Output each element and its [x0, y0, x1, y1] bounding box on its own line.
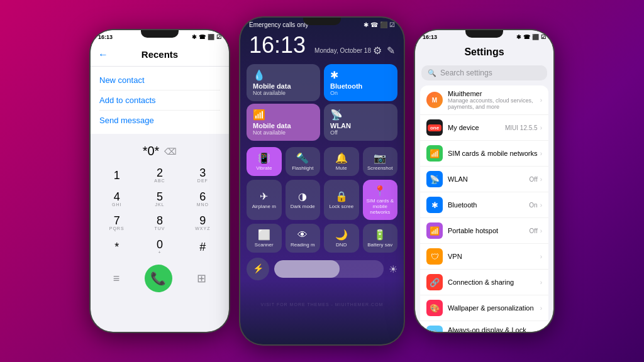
brightness-fill: [274, 260, 340, 278]
wlan-tile[interactable]: 📡 WLAN Off: [324, 104, 397, 141]
flash-tile[interactable]: ⚡: [247, 258, 269, 280]
wlan-value: Off: [530, 176, 538, 183]
settings-icon[interactable]: ⚙: [373, 45, 382, 57]
settings-item-wlan[interactable]: 📡 WLAN Off ›: [420, 167, 548, 192]
wallpaper-text: Wallpaper & personalization: [448, 304, 540, 312]
settings-list: M Miuithemer Manage accounts, cloud serv…: [420, 85, 548, 332]
chevron-icon: ›: [540, 124, 542, 131]
dialpad-key-8[interactable]: 8TUV: [138, 211, 180, 234]
mobile-data-tile[interactable]: 📶 Mobile data Not available: [247, 104, 320, 141]
new-contact-link[interactable]: New contact: [99, 70, 220, 90]
dialpad-key-3[interactable]: 3DEF: [182, 163, 224, 187]
settings-item-connection[interactable]: 🔗 Connection & sharing ›: [420, 270, 548, 295]
mute-label: Mute: [336, 165, 347, 171]
phone-left: 16:13 ✱ ☎ ⬛ ☑ ← Recents New contact Add …: [91, 30, 229, 332]
settings-item-mydevice[interactable]: one My device MIUI 12.5.5 ›: [420, 115, 548, 141]
dialpad-key-5[interactable]: 5JKL: [138, 187, 180, 211]
lockscreen-tile[interactable]: 🔒 Lock scree: [324, 180, 359, 220]
dnd-tile[interactable]: 🌙 DND: [324, 224, 359, 253]
dialpad-key-6[interactable]: 6MNO: [182, 187, 224, 211]
brightness-slider[interactable]: [274, 260, 384, 278]
settings-item-vpn[interactable]: 🛡 VPN ›: [420, 244, 548, 270]
aod-title: Always-on display & Lock screen: [448, 326, 540, 332]
scanner-tile[interactable]: ⬜ Scanner: [247, 224, 282, 253]
send-message-link[interactable]: Send message: [99, 111, 220, 130]
sun-icon: ☀: [389, 263, 397, 275]
top-tiles: 💧 Mobile data Not available ✱ Bluetooth …: [240, 62, 404, 104]
data-tile[interactable]: 💧 Mobile data Not available: [247, 64, 320, 101]
notch-left: [141, 30, 179, 38]
settings-item-bluetooth[interactable]: ✱ Bluetooth On ›: [420, 192, 548, 218]
mid-time-area: 16:13 Monday, October 18 ⚙ ✎: [240, 31, 404, 62]
right-header: Settings: [415, 44, 553, 63]
chevron-icon: ›: [540, 305, 542, 312]
chevron-icon: ›: [540, 176, 542, 183]
add-to-contacts-link[interactable]: Add to contacts: [99, 90, 220, 111]
vpn-icon: 🛡: [426, 248, 443, 265]
bluetooth-tile[interactable]: ✱ Bluetooth On: [324, 64, 397, 101]
darkmode-tile[interactable]: ◑ Dark mode: [286, 180, 321, 220]
settings-item-wallpaper[interactable]: 🎨 Wallpaper & personalization ›: [420, 295, 548, 321]
bluetooth-value: On: [529, 202, 537, 209]
sim-text: SIM cards & mobile networks: [448, 150, 540, 157]
dialpad-key-9[interactable]: 9WXYZ: [182, 211, 224, 234]
reading-mode-tile[interactable]: 👁 Reading m: [286, 224, 321, 253]
dialpad-key-7[interactable]: 7PQRS: [96, 211, 138, 234]
connection-text: Connection & sharing: [448, 278, 540, 286]
dialpad-key-4[interactable]: 4GHI: [96, 187, 138, 211]
right-status-icons: ✱ ☎ ⬛ ☑: [516, 34, 546, 40]
small-tiles-row2: ✈ Airplane m ◑ Dark mode 🔒 Lock scree 📍 …: [240, 180, 404, 220]
dialpad-key-2[interactable]: 2ABC: [138, 163, 180, 187]
miuithemer-title: Miuithemer: [448, 90, 540, 97]
chevron-icon: ›: [540, 97, 542, 104]
backspace-icon[interactable]: ⌫: [164, 146, 177, 156]
settings-item-sim[interactable]: 📶 SIM cards & mobile networks ›: [420, 141, 548, 167]
dialpad-key-0[interactable]: 0+: [138, 235, 180, 258]
mydevice-value: MIUI 12.5.5: [505, 124, 538, 131]
bluetooth-icon: ✱: [426, 197, 443, 213]
small-tiles-row3: ⬜ Scanner 👁 Reading m 🌙 DND 🔋 Battery sa…: [240, 224, 404, 253]
vibrate-tile[interactable]: 📳 Vibrate: [247, 147, 282, 176]
watermark: VISIT FOR MORE THEMES - MIUITHEMER.COM: [240, 302, 404, 307]
chevron-icon: ›: [540, 279, 542, 286]
flashlight-tile[interactable]: 🔦 Flashlight: [286, 147, 321, 176]
location-label: SIM cards & mobile networks: [365, 198, 396, 215]
left-screen: 16:13 ✱ ☎ ⬛ ☑ ← Recents New contact Add …: [91, 30, 229, 332]
dialpad-key-hash[interactable]: #: [182, 235, 224, 258]
recents-title: Recents: [142, 49, 178, 60]
settings-item-hotspot[interactable]: 📶 Portable hotspot Off ›: [420, 218, 548, 244]
mid-status-text: Emergency calls only: [249, 21, 308, 28]
bluetooth-text: Bluetooth: [448, 201, 529, 209]
settings-item-aod[interactable]: 🔒 Always-on display & Lock screen ›: [420, 321, 548, 332]
vpn-text: VPN: [448, 253, 540, 260]
dialpad-key-star[interactable]: *: [96, 235, 138, 258]
menu-icon[interactable]: ≡: [113, 272, 120, 285]
dialpad-key-1[interactable]: 1: [96, 163, 138, 187]
mydevice-title: My device: [448, 124, 505, 131]
miuithemer-subtitle: Manage accounts, cloud services, payment…: [448, 97, 540, 110]
aod-icon: 🔒: [426, 326, 443, 332]
miuithemer-avatar: M: [426, 92, 443, 108]
location-tile[interactable]: 📍 SIM cards & mobile networks: [363, 180, 398, 220]
grid-icon[interactable]: ⊞: [197, 272, 206, 285]
bluetooth-title: Bluetooth: [448, 201, 529, 209]
connection-icon: 🔗: [426, 274, 443, 290]
mydevice-icon: one: [426, 119, 443, 136]
airplane-tile[interactable]: ✈ Airplane m: [247, 180, 282, 220]
phone-middle: Emergency calls only ✱ ☎ ⬛ ☑ 16:13 Monda…: [240, 18, 404, 344]
back-button[interactable]: ←: [98, 49, 108, 60]
small-tiles-row1: 📳 Vibrate 🔦 Flashlight 🔔 Mute 📷 Screensh…: [240, 147, 404, 176]
edit-icon[interactable]: ✎: [387, 45, 395, 57]
call-button[interactable]: 📞: [145, 265, 172, 292]
battery-saver-tile[interactable]: 🔋 Battery sav: [363, 224, 398, 253]
notch-right: [465, 30, 503, 38]
screenshot-tile[interactable]: 📷 Screenshot: [363, 147, 398, 176]
phone-right: 16:13 ✱ ☎ ⬛ ☑ Settings 🔍 Search settings…: [415, 30, 553, 332]
mute-tile[interactable]: 🔔 Mute: [324, 147, 359, 176]
chevron-icon: ›: [540, 228, 542, 234]
aod-text: Always-on display & Lock screen: [448, 326, 540, 332]
search-bar[interactable]: 🔍 Search settings: [421, 65, 547, 80]
left-status-icons: ✱ ☎ ⬛ ☑: [192, 34, 221, 40]
settings-item-miuithemer[interactable]: M Miuithemer Manage accounts, cloud serv…: [420, 85, 548, 115]
left-actions: New contact Add to contacts Send message: [91, 67, 229, 134]
